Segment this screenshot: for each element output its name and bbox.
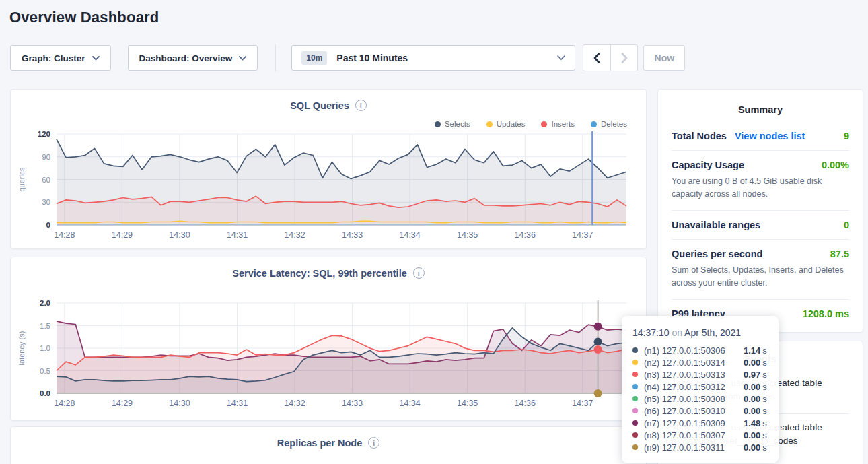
node-color-dot — [632, 408, 638, 413]
node-color-dot — [632, 384, 638, 389]
tooltip-row: (n6) 127.0.0.1:50310 0.00s — [632, 405, 768, 417]
node-latency-value: 0.00s — [744, 382, 767, 392]
node-color-dot — [632, 347, 638, 353]
now-button[interactable]: Now — [643, 45, 685, 71]
dashboard-dropdown-label: Dashboard: Overview — [139, 53, 233, 63]
info-icon[interactable]: i — [355, 100, 367, 111]
queries-per-second-value: 87.5 — [830, 248, 849, 259]
summary-unavailable-ranges-section: Unavailable ranges 0 — [672, 210, 849, 239]
tooltip-row: (n4) 127.0.0.1:50312 0.00s — [632, 380, 768, 393]
capacity-usage-description: You are using 0 B of 4.5 GiB usable disk… — [672, 175, 849, 201]
summary-panel: Summary Total Nodes View nodes list 9 Ca… — [657, 89, 863, 333]
legend-dot — [486, 121, 493, 127]
graph-dropdown-label: Graph: Cluster — [22, 53, 85, 63]
svg-text:14:29: 14:29 — [112, 399, 133, 408]
summary-total-nodes-section: Total Nodes View nodes list 9 — [672, 122, 849, 150]
svg-text:60: 60 — [42, 176, 50, 184]
tooltip-row: (n2) 127.0.0.1:50314 0.00s — [632, 356, 768, 368]
total-nodes-value: 9 — [844, 131, 849, 141]
svg-text:14:34: 14:34 — [399, 399, 420, 408]
svg-text:14:30: 14:30 — [169, 399, 190, 408]
unavailable-ranges-label: Unavailable ranges — [672, 220, 760, 230]
tooltip-row: (n7) 127.0.0.1:50309 1.48s — [632, 417, 768, 429]
time-step-buttons — [583, 44, 638, 71]
node-address: (n9) 127.0.0.1:50311 — [644, 442, 744, 453]
chart-title: Replicas per Node — [277, 438, 363, 449]
view-nodes-list-link[interactable]: View nodes list — [735, 131, 805, 141]
unavailable-ranges-value: 0 — [844, 220, 849, 230]
node-address: (n8) 127.0.0.1:50307 — [644, 430, 744, 440]
total-nodes-label: Total Nodes — [672, 131, 727, 141]
tooltip-row: (n1) 127.0.0.1:50306 1.14s — [632, 344, 768, 356]
svg-text:14:30: 14:30 — [169, 230, 190, 240]
svg-text:14:34: 14:34 — [399, 230, 420, 240]
legend-dot — [591, 121, 597, 127]
svg-text:30: 30 — [42, 198, 50, 206]
time-step-back-button[interactable] — [583, 45, 610, 71]
tooltip-row: (n9) 127.0.0.1:50311 0.00s — [632, 441, 768, 453]
svg-text:14:28: 14:28 — [54, 399, 75, 408]
svg-text:14:35: 14:35 — [457, 399, 478, 408]
node-color-dot — [632, 372, 638, 377]
legend-dot — [541, 121, 547, 127]
svg-text:120: 120 — [38, 130, 50, 138]
info-icon[interactable]: i — [368, 437, 379, 449]
capacity-usage-value: 0.00% — [822, 160, 849, 170]
svg-text:14:29: 14:29 — [112, 230, 133, 240]
service-latency-chart[interactable]: 14:2814:2914:3014:3114:3214:3314:3414:35… — [11, 296, 647, 419]
sql-queries-chart[interactable]: 14:2814:2914:3014:3114:3214:3314:3414:35… — [11, 127, 647, 250]
svg-text:14:36: 14:36 — [515, 399, 536, 408]
node-color-dot — [632, 396, 638, 401]
tooltip-row: (n3) 127.0.0.1:50313 0.97s — [632, 368, 768, 380]
svg-text:14:33: 14:33 — [342, 230, 363, 240]
svg-text:0: 0 — [46, 221, 50, 229]
chevron-down-icon — [557, 55, 565, 61]
page-title: Overview Dashboard — [9, 9, 159, 26]
overview-dashboard-page: Overview Dashboard Graph: Cluster Dashbo… — [0, 0, 868, 464]
node-address: (n4) 127.0.0.1:50312 — [644, 382, 744, 392]
replicas-per-node-panel: Replicas per Node i — [10, 426, 647, 464]
node-color-dot — [632, 360, 638, 365]
tooltip-row: (n5) 127.0.0.1:50308 0.00s — [632, 393, 768, 405]
time-range-badge: 10m — [301, 51, 327, 65]
chart-hover-tooltip: 14:37:10 on Apr 5th, 2021 (n1) 127.0.0.1… — [622, 316, 779, 463]
graph-dropdown[interactable]: Graph: Cluster — [10, 45, 111, 71]
tooltip-timestamp: 14:37:10 on Apr 5th, 2021 — [632, 327, 768, 338]
capacity-usage-label: Capacity Usage — [672, 160, 744, 170]
chart-title: Service Latency: SQL, 99th percentile — [232, 268, 407, 279]
summary-capacity-section: Capacity Usage 0.00% You are using 0 B o… — [672, 150, 849, 210]
legend-dot — [435, 121, 441, 127]
service-latency-panel: Service Latency: SQL, 99th percentile i … — [10, 257, 647, 421]
svg-text:14:31: 14:31 — [227, 399, 248, 408]
controls-divider — [275, 44, 276, 71]
node-color-dot — [632, 444, 638, 450]
dashboard-dropdown[interactable]: Dashboard: Overview — [128, 45, 258, 71]
chevron-left-icon — [593, 53, 600, 63]
svg-text:14:36: 14:36 — [515, 230, 536, 240]
sql-queries-panel: SQL Queries i Selects Updates Inserts De… — [10, 89, 647, 249]
tooltip-node-list: (n1) 127.0.0.1:50306 1.14s (n2) 127.0.0.… — [632, 344, 768, 453]
node-color-dot — [632, 432, 638, 438]
node-latency-value: 0.00s — [744, 406, 767, 416]
node-address: (n3) 127.0.0.1:50313 — [644, 370, 744, 380]
svg-text:2.0: 2.0 — [40, 299, 50, 307]
info-icon[interactable]: i — [413, 267, 425, 279]
node-address: (n6) 127.0.0.1:50310 — [644, 406, 744, 416]
svg-text:latency (s): latency (s) — [17, 331, 26, 366]
node-latency-value: 0.00s — [744, 394, 767, 404]
svg-text:0.0: 0.0 — [40, 389, 50, 397]
time-range-selector[interactable]: 10m Past 10 Minutes — [291, 45, 575, 71]
svg-text:0.5: 0.5 — [40, 367, 50, 375]
svg-text:14:32: 14:32 — [284, 230, 305, 240]
svg-text:14:37: 14:37 — [572, 230, 593, 240]
chevron-down-icon — [92, 56, 100, 61]
time-step-forward-button[interactable] — [610, 45, 637, 71]
summary-heading: Summary — [672, 90, 849, 122]
chevron-down-icon — [239, 56, 246, 61]
svg-text:14:28: 14:28 — [54, 230, 75, 240]
svg-text:14:35: 14:35 — [457, 230, 478, 240]
tooltip-row: (n8) 127.0.0.1:50307 0.00s — [632, 429, 768, 441]
dashboard-controls: Graph: Cluster Dashboard: Overview 10m P… — [10, 45, 685, 71]
svg-text:1.0: 1.0 — [40, 344, 50, 352]
chart-title: SQL Queries — [290, 100, 349, 111]
